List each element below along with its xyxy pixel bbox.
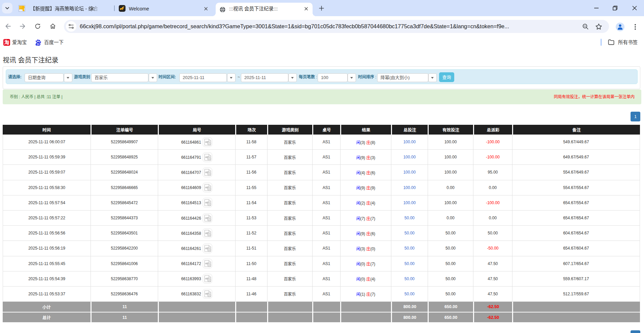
svg-text:du: du bbox=[37, 43, 39, 45]
